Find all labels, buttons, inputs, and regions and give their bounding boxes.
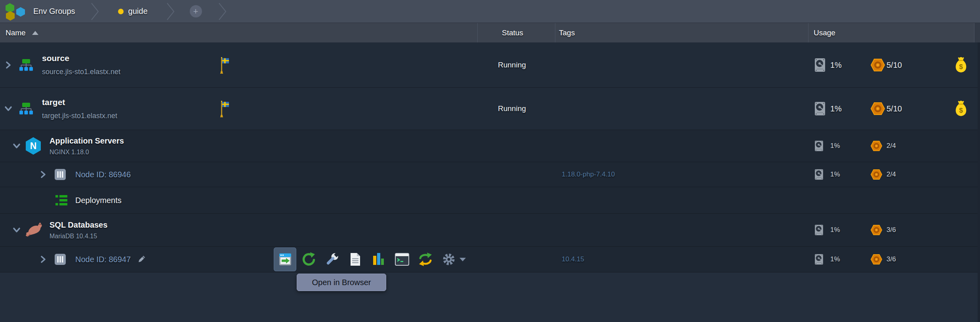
environment-topology-icon <box>19 59 33 71</box>
node-group-stack: MariaDB 10.4.15 <box>50 233 107 240</box>
status-cell: Running <box>477 88 555 130</box>
breadcrumb-separator-icon <box>166 2 175 21</box>
settings-caret-down-icon <box>459 258 466 261</box>
usage-cell: 1% 2/4 <box>808 130 980 162</box>
chevron-right-icon[interactable] <box>39 170 47 179</box>
node-actions-toolbar <box>274 247 471 272</box>
deployments-label[interactable]: Deployments <box>75 196 122 205</box>
column-divider <box>477 23 478 42</box>
container-node-icon <box>55 169 66 180</box>
statistics-button[interactable] <box>367 247 390 271</box>
table-empty-area <box>0 272 980 322</box>
disk-usage-value: 1% <box>830 104 842 113</box>
sweden-flag-icon <box>219 57 229 74</box>
mariadb-seal-icon <box>25 222 43 238</box>
disk-usage-icon <box>815 141 823 151</box>
table-row-node-group-app-servers[interactable]: Application Servers NGINX 1.18.0 1% 2/4 <box>0 130 980 162</box>
sort-asc-icon <box>32 31 38 35</box>
new-environment-button[interactable]: + <box>190 5 202 17</box>
usage-cell: 1% 5/10 <box>808 42 980 87</box>
table-row-environment-source[interactable]: source source.jls-sto1.elastx.net Runnin… <box>0 42 980 88</box>
node-id-label[interactable]: Node ID: 86947 <box>75 255 131 264</box>
disk-usage-value: 1% <box>830 142 840 150</box>
tags-cell <box>555 88 808 130</box>
breadcrumb-separator-icon <box>218 2 227 21</box>
log-button[interactable] <box>344 247 366 271</box>
cloudlet-usage-icon <box>871 225 882 235</box>
chevron-down-icon[interactable] <box>12 142 21 150</box>
cloudlet-usage-value: 5/10 <box>887 60 902 69</box>
redeploy-cycle-icon <box>418 251 433 267</box>
disk-usage-icon <box>815 58 825 72</box>
disk-usage-icon <box>815 225 823 236</box>
environment-topology-icon <box>19 103 33 115</box>
cloudlet-usage-icon <box>871 102 885 115</box>
cloudlet-usage-icon <box>871 254 882 264</box>
breadcrumb-environment-guide[interactable]: guide <box>128 7 148 16</box>
statistics-bars-icon <box>371 251 387 267</box>
web-ssh-button[interactable] <box>391 247 413 271</box>
column-divider <box>974 23 974 42</box>
cloudlet-usage-icon <box>871 169 882 180</box>
usage-cell: 1% 3/6 <box>808 214 980 246</box>
tags-cell <box>555 42 808 87</box>
node-group-name[interactable]: SQL Databases <box>50 220 107 230</box>
node-group-name[interactable]: Application Servers <box>50 136 124 146</box>
environment-domain[interactable]: target.jls-sto1.elastx.net <box>42 112 117 120</box>
usage-cell: 1% 2/4 <box>808 162 980 187</box>
restart-icon <box>301 251 316 267</box>
cloudlet-usage-icon <box>871 59 885 71</box>
cloudlet-usage-value: 3/6 <box>887 226 896 234</box>
table-row-deployments[interactable]: Deployments <box>0 187 980 214</box>
status-cell: Running <box>477 42 555 87</box>
column-divider <box>555 23 555 42</box>
edit-pencil-icon[interactable] <box>137 255 146 264</box>
status-cell <box>477 247 555 272</box>
column-header-usage[interactable]: Usage <box>814 23 835 42</box>
column-header-status[interactable]: Status <box>502 23 523 42</box>
right-edge-strip <box>978 42 980 322</box>
cloudlet-usage-value: 2/4 <box>887 171 896 178</box>
cloudlet-usage-icon <box>871 141 882 151</box>
table-row-environment-target[interactable]: target target.jls-sto1.elastx.net Runnin… <box>0 88 980 130</box>
disk-usage-icon <box>815 169 823 180</box>
environment-domain[interactable]: source.jls-sto1.elastx.net <box>42 68 120 76</box>
tags-cell <box>555 214 808 246</box>
node-id-label[interactable]: Node ID: 86946 <box>75 170 131 179</box>
breadcrumb-separator-icon <box>90 2 100 21</box>
tags-cell: 10.4.15 <box>555 247 808 272</box>
tags-cell <box>555 130 808 162</box>
environment-name[interactable]: source <box>42 54 120 63</box>
column-divider <box>808 23 808 42</box>
container-node-icon <box>55 254 66 265</box>
disk-usage-value: 1% <box>830 60 842 69</box>
table-row-node-86946[interactable]: Node ID: 86946 1.18.0-php-7.4.10 1% 2/4 <box>0 162 980 187</box>
settings-button[interactable] <box>437 247 470 271</box>
chevron-right-icon[interactable] <box>39 255 47 264</box>
environment-name[interactable]: target <box>42 98 117 107</box>
breadcrumb: Env Groups guide + <box>0 0 980 23</box>
billing-money-bag-icon[interactable] <box>955 57 967 73</box>
chevron-down-icon[interactable] <box>12 226 21 234</box>
redeploy-button[interactable] <box>414 247 437 271</box>
column-header-tags[interactable]: Tags <box>559 23 575 42</box>
billing-money-bag-icon[interactable] <box>955 101 967 117</box>
config-button[interactable] <box>320 247 343 271</box>
column-header-name[interactable]: Name <box>6 23 38 42</box>
chevron-down-icon[interactable] <box>4 105 13 113</box>
header-scroll-gutter <box>974 23 980 42</box>
chevron-right-icon[interactable] <box>4 61 12 69</box>
open-in-browser-icon <box>277 251 293 267</box>
breadcrumb-env-groups[interactable]: Env Groups <box>33 7 75 16</box>
sweden-flag-icon <box>219 101 229 118</box>
tags-cell: 1.18.0-php-7.4.10 <box>555 162 808 187</box>
table-row-node-group-sql-databases[interactable]: SQL Databases MariaDB 10.4.15 1% 3/6 <box>0 214 980 247</box>
restart-node-button[interactable] <box>297 247 320 271</box>
deployments-list-icon <box>55 195 67 206</box>
open-in-browser-button[interactable] <box>274 247 296 271</box>
node-group-stack: NGINX 1.18.0 <box>50 149 124 156</box>
app-logo-icon <box>5 2 28 21</box>
status-cell <box>477 214 555 246</box>
table-row-node-86947[interactable]: Node ID: 86947 <box>0 247 980 272</box>
cloudlet-usage-value: 2/4 <box>887 142 896 150</box>
